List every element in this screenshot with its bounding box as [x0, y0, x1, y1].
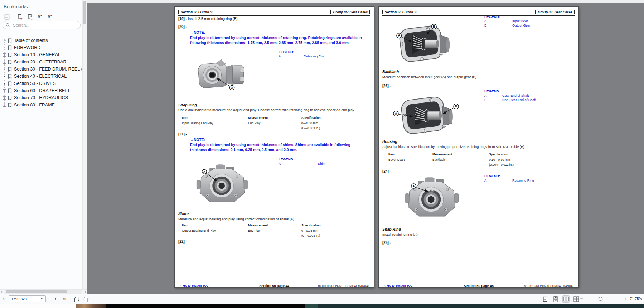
scroll-right-arrow[interactable]: › [85, 290, 86, 294]
last-page-button[interactable]: » [63, 295, 66, 303]
bookmark-search-icon[interactable] [26, 13, 33, 20]
previous-page-button[interactable]: ‹ [3, 295, 5, 303]
duplicate-page-icon[interactable] [82, 295, 89, 303]
sidebar-item-section-10[interactable]: + Section 10 - GENERAL [0, 51, 82, 58]
step-19: [19] - Install 2.5 mm retaining ring (B)… [178, 17, 238, 21]
sidebar-item-section-70[interactable]: + Section 70 - HYDRAULICS [0, 94, 82, 101]
page-header-group: Group 05: Gear Cases [535, 10, 575, 14]
page-number-box[interactable]: ▼ [9, 295, 46, 302]
search-icon [6, 23, 10, 27]
scrollbar-track[interactable] [5, 290, 82, 294]
bookmark-label: Section 60 - DRAPER BELT [14, 88, 70, 93]
figure-gear-case-front-view-snap-ring: A [405, 176, 459, 218]
shims-text: Measure and adjust bearing end play usin… [178, 217, 372, 221]
snap-ring-heading: Snap Ring [178, 103, 197, 107]
sidebar-item-section-30[interactable]: + Section 30 - FEED DRUM, REEL AND TO [0, 66, 82, 73]
legend-retaining-ring: LEGEND: ARetaining Ring [484, 174, 534, 183]
expand-icon[interactable]: + [3, 104, 6, 107]
step-22: [22] - [178, 240, 187, 244]
sidebar-item-section-60[interactable]: + Section 60 - DRAPER BELT [0, 87, 82, 94]
page-header-section: Section 50 • DRIVES [382, 10, 416, 14]
note-text-shims: End play is determined by using correct … [190, 143, 365, 152]
decrease-font-icon[interactable]: A− [46, 13, 53, 20]
bookmark-label: Section 70 - HYDRAULICS [14, 95, 68, 100]
snapshot-icon[interactable] [73, 295, 80, 303]
expand-icon[interactable]: + [3, 96, 6, 100]
expand-icon[interactable]: + [3, 61, 6, 64]
manual-id-label: TM103919-REPAIR TECHNICAL MANUAL [318, 284, 369, 288]
svg-text:A: A [413, 184, 415, 188]
sidebar-item-toc[interactable]: Table of contents [0, 37, 82, 44]
sidebar-horizontal-scrollbar[interactable]: ‹ › [0, 289, 87, 294]
search-input[interactable] [12, 23, 77, 28]
page-footer: <- Go to Section TOC Section 50 page 45 … [382, 283, 575, 288]
svg-text:A: A [395, 112, 397, 115]
pdf-viewer-window: Bookmarks A+ A− Table o [0, 0, 644, 308]
expand-icon[interactable]: + [3, 68, 6, 71]
expand-icon[interactable]: + [3, 89, 6, 92]
zoom-slider-thumb[interactable] [599, 297, 602, 301]
spec-table-output-bearing: Item Measurement Specification Output Be… [182, 223, 372, 239]
taskbar-thumbnail [76, 304, 106, 308]
sidebar-vertical-scrollbar[interactable] [82, 0, 87, 289]
scrollbar-thumb[interactable] [83, 1, 86, 24]
next-page-button[interactable]: › [54, 295, 57, 303]
zoom-percent-value[interactable]: 71.75% [629, 296, 643, 302]
figure-gear-case-front-view: A [194, 163, 251, 203]
bookmark-list-menu-icon[interactable] [3, 13, 10, 20]
legend-retaining-ring: LEGEND: ARetaining Ring [279, 50, 325, 58]
page-header-group: Group 05: Gear Cases [330, 10, 370, 14]
page-header-section: Section 50 • DRIVES [178, 10, 212, 14]
step-25: [25] - [382, 241, 391, 245]
bookmark-label: Section 20 - CUTTERBAR [14, 59, 67, 64]
sidebar-item-section-50[interactable]: + Section 50 - DRIVES [0, 80, 82, 87]
bookmark-label: Section 30 - FEED DRUM, REEL AND TO [14, 67, 82, 72]
zoom-slider[interactable] [586, 299, 623, 299]
callout-b: B [432, 24, 437, 29]
page-header: Section 50 • DRIVES Group 05: Gear Cases [178, 10, 370, 16]
grid-view-icon[interactable] [573, 295, 580, 303]
add-bookmark-icon[interactable] [16, 13, 23, 20]
step-20: [20] - [178, 25, 187, 29]
background-dark-segment [106, 304, 305, 308]
figure-gear-case-side-view: A [196, 58, 248, 92]
increase-font-icon[interactable]: A+ [36, 13, 43, 20]
sidebar-item-section-40[interactable]: + Section 40 - ELECTRICAL [0, 73, 82, 80]
snap-ring-text: Install retaining ring (A). [382, 232, 576, 236]
zoom-out-button[interactable]: − [580, 295, 583, 303]
document-canvas: Section 50 • DRIVES Group 05: Gear Cases… [87, 0, 644, 294]
bookmark-label: Section 80 - FRAME [14, 102, 55, 107]
housing-heading: Housing [382, 139, 397, 144]
bookmark-label: FOREWORD [14, 45, 40, 50]
svg-text:B: B [455, 105, 457, 108]
spec-table-bevel-gears: Item Measurement Specification Bevel Gea… [388, 153, 575, 169]
single-page-view-icon[interactable] [542, 295, 549, 303]
sidebar-item-section-80[interactable]: + Section 80 - FRAME [0, 101, 82, 109]
expand-icon[interactable]: + [3, 53, 6, 57]
housing-text: Adjust backlash to specification by movi… [382, 145, 576, 149]
toolbar-divider [13, 14, 13, 20]
zoom-in-button[interactable]: + [624, 295, 628, 303]
bookmarks-toolbar: A+ A− [3, 13, 53, 21]
svg-text:A: A [398, 34, 400, 37]
callout-a: A [411, 184, 416, 188]
bookmarks-panel-title: Bookmarks [4, 4, 28, 9]
page-number-input[interactable] [9, 297, 40, 302]
expand-icon[interactable]: + [3, 75, 6, 78]
scroll-left-arrow[interactable]: ‹ [1, 290, 2, 294]
sidebar-item-section-20[interactable]: + Section 20 - CUTTERBAR [0, 58, 82, 66]
expand-icon[interactable]: + [3, 82, 6, 85]
figure-gear-case-open-gears: B A [395, 24, 454, 63]
chevron-down-icon[interactable]: ▼ [40, 298, 43, 300]
facing-pages-view-icon[interactable] [562, 295, 570, 303]
bookmark-label: Section 50 - DRIVES [14, 81, 56, 86]
status-toolbar: ‹ ▼ › » − + 71.75% [0, 294, 644, 304]
svg-text:A: A [203, 170, 205, 173]
legend-shim: LEGEND: AShim [279, 157, 325, 166]
sidebar-item-foreword[interactable]: FOREWORD [0, 44, 82, 51]
scrollbar-thumb[interactable] [6, 290, 67, 293]
continuous-view-icon[interactable] [552, 295, 559, 303]
note-text-retaining-ring: End play is determined by using correct … [190, 35, 365, 45]
bookmarks-search-box[interactable] [3, 21, 81, 29]
figure-gear-case-open-gears-backlash: A B [392, 93, 460, 136]
